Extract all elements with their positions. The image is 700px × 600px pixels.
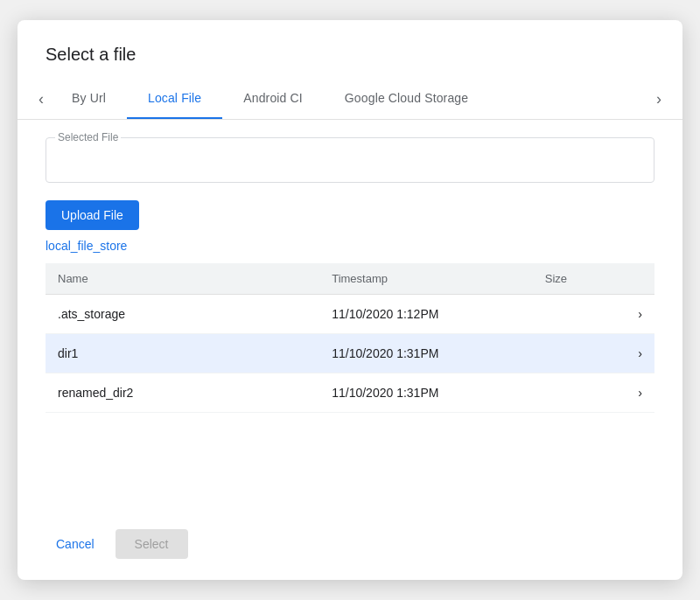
selected-file-field[interactable]: Selected File bbox=[46, 137, 654, 183]
table-row[interactable]: .ats_storage11/10/2020 1:12PM› bbox=[46, 295, 654, 334]
file-name: dir1 bbox=[46, 334, 319, 373]
file-size bbox=[533, 295, 624, 334]
header-chevron bbox=[624, 263, 654, 295]
file-timestamp: 11/10/2020 1:31PM bbox=[319, 334, 533, 373]
tab-by-url[interactable]: By Url bbox=[51, 79, 127, 119]
chevron-right-icon: › bbox=[624, 373, 654, 413]
dialog-body: Selected File Upload File local_file_sto… bbox=[18, 120, 682, 515]
file-timestamp: 11/10/2020 1:12PM bbox=[319, 295, 533, 334]
header-timestamp: Timestamp bbox=[319, 263, 533, 295]
select-button[interactable]: Select bbox=[116, 529, 188, 559]
tab-android-ci[interactable]: Android CI bbox=[222, 79, 324, 119]
table-row[interactable]: dir111/10/2020 1:31PM› bbox=[46, 334, 654, 373]
tab-local-file[interactable]: Local File bbox=[127, 79, 222, 119]
chevron-right-icon: › bbox=[624, 334, 654, 373]
breadcrumb[interactable]: local_file_store bbox=[46, 239, 654, 253]
file-timestamp: 11/10/2020 1:31PM bbox=[319, 373, 533, 413]
tab-google-cloud-storage[interactable]: Google Cloud Storage bbox=[324, 79, 489, 119]
dialog-title: Select a file bbox=[18, 20, 682, 79]
upload-file-button[interactable]: Upload File bbox=[46, 200, 139, 230]
file-name: renamed_dir2 bbox=[46, 373, 319, 413]
dialog-footer: Cancel Select bbox=[18, 515, 682, 580]
table-row[interactable]: renamed_dir211/10/2020 1:31PM› bbox=[46, 373, 654, 413]
file-name: .ats_storage bbox=[46, 295, 319, 334]
tab-right-arrow[interactable]: › bbox=[649, 83, 668, 115]
selected-file-label: Selected File bbox=[55, 131, 121, 143]
table-header-row: Name Timestamp Size bbox=[46, 263, 654, 295]
tabs-container: ‹ By Url Local File Android CI Google Cl… bbox=[18, 79, 682, 120]
file-table: Name Timestamp Size .ats_storage11/10/20… bbox=[46, 263, 654, 413]
header-size: Size bbox=[533, 263, 624, 295]
cancel-button[interactable]: Cancel bbox=[46, 530, 105, 558]
file-size bbox=[533, 373, 624, 413]
tab-left-arrow[interactable]: ‹ bbox=[32, 83, 51, 115]
chevron-right-icon: › bbox=[624, 295, 654, 334]
select-file-dialog: Select a file ‹ By Url Local File Androi… bbox=[18, 20, 682, 580]
header-name: Name bbox=[46, 263, 319, 295]
tabs: By Url Local File Android CI Google Clou… bbox=[51, 79, 649, 119]
file-size bbox=[533, 334, 624, 373]
